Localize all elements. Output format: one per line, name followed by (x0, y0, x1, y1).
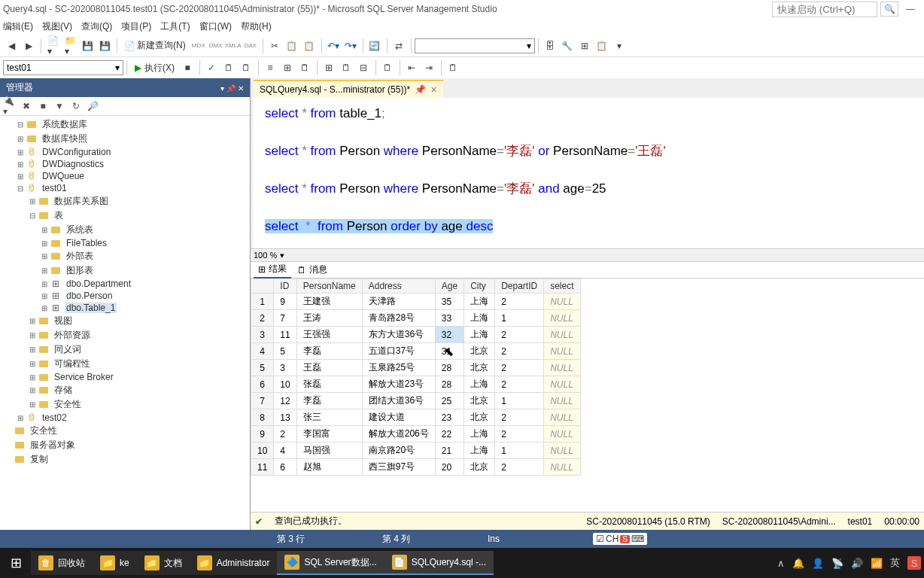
execute-button[interactable]: ▶执行(X) (130, 60, 179, 76)
results-to-file-icon[interactable]: 🗒 (296, 60, 313, 75)
tree-item[interactable]: ⊞系统表 (0, 223, 250, 237)
tree-item[interactable]: 复制 (0, 452, 250, 467)
tray-notif-icon[interactable]: 🔔 (792, 558, 804, 569)
disconnect-icon[interactable]: ✖ (20, 99, 33, 113)
trace-icon[interactable]: 🗒 (445, 60, 461, 75)
tree-item[interactable]: 服务器对象 (0, 438, 250, 452)
copy-button[interactable]: 📋 (284, 38, 300, 53)
tray-lang[interactable]: 英 (890, 556, 900, 570)
results-grid[interactable]: IDPersonNameAddressAgeCityDepartIDselect… (251, 278, 924, 512)
comment-icon[interactable]: ⊞ (321, 60, 337, 75)
cut-button[interactable]: ✂ (266, 38, 283, 53)
refresh-icon[interactable]: ↻ (69, 99, 83, 113)
tree-item[interactable]: ⊞存储 (0, 383, 250, 397)
tree-item[interactable]: ⊞⊞dbo.Department (0, 278, 250, 290)
outdent-icon[interactable]: ⇤ (403, 60, 420, 75)
tray-network-icon[interactable]: 📡 (831, 558, 843, 569)
zoom-bar[interactable]: 100 %▾ (251, 248, 924, 262)
tree-item[interactable]: ⊞Service Broker (0, 371, 250, 383)
xmla-icon[interactable]: XMLA (225, 40, 242, 51)
new-query-button[interactable]: 📄 新建查询(N) (120, 37, 190, 54)
menu-tools[interactable]: 工具(T) (160, 20, 190, 33)
tree-item[interactable]: ⊞同义词 (0, 342, 250, 357)
paste-button[interactable]: 📋 (301, 38, 318, 53)
quick-launch-input[interactable] (772, 2, 877, 17)
object-tree[interactable]: ⊟系统数据库⊞数据库快照⊞🛢DWConfiguration⊞🛢DWDiagnos… (0, 116, 250, 530)
tree-item[interactable]: ⊞FileTables (0, 237, 250, 249)
start-button[interactable]: ⊞ (3, 551, 29, 575)
system-tray[interactable]: ∧ 🔔 👤 📡 🔊 📶 英 S (777, 556, 921, 570)
tree-item[interactable]: ⊞⊞dbo.Person (0, 290, 250, 302)
solution-combo[interactable]: ▾ (415, 38, 535, 53)
include-plan-icon[interactable]: 🗒 (238, 60, 254, 75)
ime-indicator[interactable]: ☑ CH S ⌨ (593, 533, 647, 545)
menu-edit[interactable]: 编辑(E) (3, 20, 33, 33)
tree-item[interactable]: ⊞外部表 (0, 249, 250, 263)
parse-button[interactable]: ✓ (203, 60, 220, 75)
results-to-grid-icon[interactable]: ⊞ (279, 60, 296, 75)
forward-button[interactable]: ▶ (20, 38, 37, 53)
search-button[interactable]: 🔍 (880, 2, 898, 17)
back-button[interactable]: ◀ (3, 38, 20, 53)
tree-item[interactable]: ⊟🛢test01 (0, 182, 250, 194)
tree-item[interactable]: ⊞⊞dbo.Table_1 (0, 302, 250, 314)
tab-pin-icon[interactable]: 📌 (415, 84, 426, 95)
tray-user-icon[interactable]: 👤 (812, 558, 824, 569)
stop-icon[interactable]: ■ (36, 99, 50, 113)
results-to-text-icon[interactable]: ≡ (262, 60, 278, 75)
menu-window[interactable]: 窗口(W) (199, 20, 232, 33)
tree-item[interactable]: ⊞外部资源 (0, 328, 250, 342)
tree-item[interactable]: ⊞视图 (0, 314, 250, 328)
tab-results[interactable]: ⊞结果 (254, 262, 291, 278)
save-all-button[interactable]: 💾 (96, 38, 113, 53)
tree-item[interactable]: ⊞🛢DWDiagnostics (0, 158, 250, 170)
template-icon[interactable]: ⊞ (576, 38, 593, 53)
tab-close-icon[interactable]: ✕ (430, 85, 437, 95)
taskbar-item[interactable]: 📁ke (93, 551, 137, 575)
taskbar-item[interactable]: 🔷SQL Server数据... (277, 551, 384, 575)
pin-icon[interactable]: ▾ 📌 ✕ (220, 84, 244, 93)
tree-item[interactable]: ⊟系统数据库 (0, 117, 250, 132)
dropdown-icon[interactable]: ▾ (611, 38, 628, 53)
taskbar-item[interactable]: 📁Administrator (190, 551, 278, 575)
tree-item[interactable]: 安全性 (0, 424, 250, 438)
plan-icon[interactable]: 🗒 (220, 60, 237, 75)
uncomment-icon[interactable]: 🗒 (338, 60, 354, 75)
menu-view[interactable]: 视图(V) (42, 20, 72, 33)
minimize-button[interactable]: — (900, 2, 921, 17)
database-combo[interactable]: test01▾ (3, 60, 123, 75)
indent-icon[interactable]: ⊟ (355, 60, 372, 75)
tree-item[interactable]: ⊞数据库关系图 (0, 194, 250, 208)
dmx-icon[interactable]: DMX (208, 40, 224, 51)
tree-item[interactable]: ⊞🛢DWConfiguration (0, 146, 250, 158)
zoom-dropdown-icon[interactable]: ▾ (280, 251, 284, 260)
taskbar-item[interactable]: 🗑回收站 (31, 551, 93, 575)
tree-item[interactable]: ⊟表 (0, 208, 250, 223)
new-button[interactable]: 📄▾ (44, 33, 61, 59)
taskbar-item[interactable]: 📄SQLQuery4.sql -... (384, 551, 494, 575)
search-icon[interactable]: 🔎 (86, 99, 99, 113)
menu-project[interactable]: 项目(P) (121, 20, 151, 33)
indent2-icon[interactable]: ⇥ (421, 60, 437, 75)
tab-messages[interactable]: 🗒消息 (293, 262, 332, 278)
sync-icon[interactable]: 🔄 (366, 38, 383, 53)
properties-icon[interactable]: 📋 (594, 38, 610, 53)
tray-up-icon[interactable]: ∧ (777, 558, 785, 569)
dax-icon[interactable]: DAX (242, 40, 259, 51)
specify-values-icon[interactable]: 🗒 (379, 60, 396, 75)
stop-button[interactable]: ■ (179, 60, 196, 75)
menu-help[interactable]: 帮助(H) (241, 20, 272, 33)
open-button[interactable]: 📁▾ (62, 33, 78, 59)
connect-icon[interactable]: 🔌▾ (3, 99, 17, 113)
code-editor[interactable]: select * from table_1; select * from Per… (251, 98, 924, 248)
tab-sqlquery4[interactable]: SQLQuery4.sql - S...ministrator (55))* 📌… (254, 80, 443, 98)
tray-wifi-icon[interactable]: 📶 (871, 558, 883, 569)
registered-servers-icon[interactable]: 🗄 (542, 38, 558, 53)
tray-sogou-icon[interactable]: S (907, 556, 921, 570)
wrench-icon[interactable]: 🔧 (559, 38, 576, 53)
tree-item[interactable]: ⊞数据库快照 (0, 132, 250, 146)
tree-item[interactable]: ⊞图形表 (0, 263, 250, 278)
tray-volume-icon[interactable]: 🔊 (851, 558, 863, 569)
tree-item[interactable]: ⊞可编程性 (0, 357, 250, 371)
menu-query[interactable]: 查询(Q) (81, 20, 112, 33)
